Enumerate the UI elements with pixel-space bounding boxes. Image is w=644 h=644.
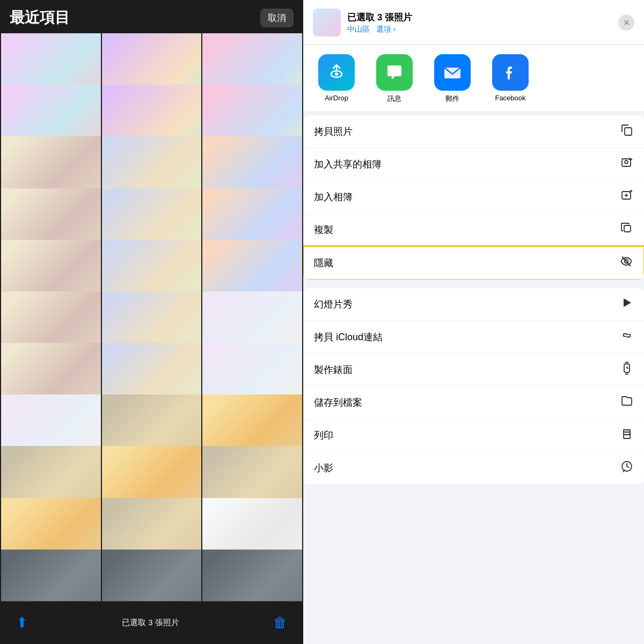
action-copy-icloud[interactable]: 拷貝 iCloud連結 [303, 321, 644, 354]
share-title-block: 已選取 3 張照片 中山區 選項 › [347, 11, 618, 34]
airdrop-label: AirDrop [325, 94, 348, 102]
svg-rect-4 [625, 128, 632, 135]
action-memories[interactable]: 小影 [303, 452, 644, 484]
action-add-shared-album[interactable]: 加入共享的相簿 [303, 148, 644, 181]
divider [303, 284, 644, 288]
action-add-shared-album-label: 加入共享的相簿 [314, 158, 382, 171]
copy-icloud-icon [620, 329, 633, 345]
svg-rect-19 [624, 435, 630, 438]
action-save-files-label: 儲存到檔案 [314, 396, 362, 409]
action-copy-icloud-label: 拷貝 iCloud連結 [314, 331, 383, 343]
action-memories-label: 小影 [314, 462, 333, 474]
cancel-button[interactable]: 取消 [260, 9, 294, 27]
photo-grid: ✓ ✓ ✓ [0, 32, 303, 601]
photo-cell-32[interactable] [102, 550, 202, 601]
app-item-messages[interactable]: 訊息 [368, 54, 421, 104]
add-shared-album-icon [620, 156, 633, 172]
action-add-album[interactable]: 加入相簿 [303, 181, 644, 214]
share-subtitle: 中山區 選項 › [347, 25, 618, 34]
photos-footer: ⬆ 已選取 3 張照片 🗑 [0, 601, 303, 644]
action-slideshow-label: 幻燈片秀 [314, 298, 353, 311]
svg-rect-10 [624, 225, 631, 232]
action-slideshow[interactable]: 幻燈片秀 [303, 288, 644, 321]
copy-photo-icon [620, 123, 633, 140]
messages-icon [376, 54, 413, 91]
footer-label: 已選取 3 張照片 [122, 618, 179, 628]
make-watch-face-icon [620, 362, 633, 378]
app-item-airdrop[interactable]: AirDrop [310, 54, 363, 104]
action-make-watch-face[interactable]: 製作錶面 [303, 354, 644, 386]
action-print[interactable]: 列印 [303, 419, 644, 452]
mail-label: 郵件 [445, 94, 459, 104]
app-item-mail[interactable]: 郵件 [426, 54, 479, 104]
airdrop-icon [318, 54, 355, 91]
action-save-files[interactable]: 儲存到檔案 [303, 386, 644, 419]
action-add-album-label: 加入相簿 [314, 191, 353, 203]
hide-icon [619, 254, 633, 272]
action-duplicate-label: 複製 [314, 223, 333, 236]
share-apps-row: AirDrop 訊息 郵件 [303, 45, 644, 115]
action-hide[interactable]: 隱藏 [303, 246, 644, 280]
share-thumbnail [313, 9, 341, 36]
app-item-facebook[interactable]: Facebook [484, 54, 537, 104]
photos-panel: 最近項目 取消 ✓ ✓ ✓ [0, 0, 303, 644]
share-panel: 已選取 3 張照片 中山區 選項 › ✕ AirDrop [303, 0, 644, 644]
share-location: 中山區 [347, 25, 370, 33]
share-header: 已選取 3 張照片 中山區 選項 › ✕ [303, 0, 644, 45]
photos-title: 最近項目 [10, 8, 70, 28]
slideshow-icon [620, 296, 633, 312]
action-copy-photo-label: 拷貝照片 [314, 125, 353, 138]
facebook-icon [492, 54, 529, 91]
action-hide-label: 隱藏 [314, 257, 333, 269]
trash-icon[interactable]: 🗑 [273, 614, 287, 631]
facebook-label: Facebook [495, 94, 525, 102]
print-icon [620, 427, 633, 443]
share-actions-group2: 幻燈片秀 拷貝 iCloud連結 製作錶面 [303, 288, 644, 484]
action-make-watch-face-label: 製作錶面 [314, 363, 353, 376]
share-close-button[interactable]: ✕ [618, 14, 634, 31]
memories-icon [620, 460, 633, 476]
svg-point-2 [335, 72, 338, 76]
photos-header: 最近項目 取消 [0, 0, 303, 32]
action-duplicate[interactable]: 複製 [303, 214, 644, 246]
share-options-link[interactable]: 選項 › [376, 25, 396, 33]
mail-icon [434, 54, 471, 91]
save-files-icon [620, 394, 633, 411]
action-copy-photo[interactable]: 拷貝照片 [303, 115, 644, 148]
share-title: 已選取 3 張照片 [347, 11, 618, 24]
share-actions-group1: 拷貝照片 加入共享的相簿 加入相簿 [303, 115, 644, 280]
photo-cell-31[interactable] [1, 550, 101, 601]
svg-marker-13 [624, 298, 631, 307]
messages-label: 訊息 [387, 94, 401, 104]
svg-point-20 [629, 433, 630, 434]
duplicate-icon [620, 222, 633, 238]
share-icon[interactable]: ⬆ [16, 614, 28, 631]
photo-cell-33[interactable] [202, 550, 302, 601]
action-print-label: 列印 [314, 429, 333, 442]
svg-point-6 [625, 160, 628, 164]
add-album-icon [620, 189, 633, 205]
